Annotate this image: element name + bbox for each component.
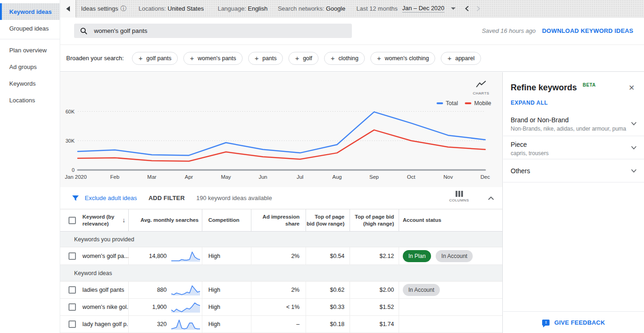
keyword-search-box[interactable] (74, 24, 352, 38)
next-period-button[interactable] (476, 6, 481, 12)
give-feedback-button[interactable]: ! GIVE FEEDBACK (503, 311, 644, 333)
row-checkbox[interactable] (69, 303, 76, 311)
svg-text:Sep: Sep (369, 174, 379, 180)
row-checkbox[interactable] (69, 252, 76, 260)
header-avg-monthly-searches[interactable]: Avg. monthly searches (129, 209, 202, 231)
charts-button[interactable]: CHARTS (470, 81, 492, 95)
svg-text:Nov: Nov (444, 174, 453, 180)
table-row[interactable]: women's nike gol... 1,900 High < 1% $0.3… (60, 299, 502, 316)
sidebar-item-keyword-ideas[interactable]: Keyword ideas (0, 3, 60, 20)
svg-text:Dec: Dec (481, 174, 490, 180)
trend-sparkline (171, 250, 200, 262)
keyword-cell: women's golf pa... (82, 253, 128, 259)
previous-period-button[interactable] (465, 6, 469, 12)
table-row[interactable]: lady hagen golf p... 320 High – $0.18 $1… (60, 316, 502, 333)
svg-text:Oct: Oct (407, 174, 416, 180)
search-input[interactable] (93, 27, 336, 35)
columns-icon (449, 191, 469, 197)
settings-bar: Ideas settings ⓘ Locations: United State… (60, 0, 644, 18)
keyword-table: Keyword (by relevance) ↓ Avg. monthly se… (60, 209, 502, 333)
plus-icon: + (295, 55, 299, 62)
expand-all-button[interactable]: EXPAND ALL (511, 100, 548, 106)
chevron-down-icon (631, 146, 637, 150)
in-account-badge: In Account (403, 284, 440, 296)
filter-icon (72, 195, 79, 202)
sidebar-item-keywords[interactable]: Keywords (0, 75, 60, 92)
language-setting[interactable]: Language: English (218, 5, 268, 12)
table-row[interactable]: ladies golf pants 880 High 2% $0.62 $2.0… (60, 282, 502, 299)
sidebar-item-locations[interactable]: Locations (0, 92, 60, 108)
broaden-chip-clothing[interactable]: + clothing (324, 52, 365, 65)
svg-text:May: May (221, 174, 231, 180)
refine-section-brand[interactable]: Brand or Non-Brand Non-Brands, nike, adi… (503, 112, 644, 136)
bid-high-cell: $1.52 (350, 299, 399, 315)
broaden-chip-womens-pants[interactable]: + women's pants (183, 52, 243, 65)
ad-share-cell: 2% (251, 282, 306, 298)
broaden-chip-pants[interactable]: + pants (248, 52, 283, 65)
date-range-value[interactable]: Jan – Dec 2020 (402, 5, 444, 13)
table-row[interactable]: women's golf pa... 14,800 High 2% $0.54 … (60, 247, 502, 265)
searches-cell: 880 (129, 287, 167, 293)
sidebar-item-plan-overview[interactable]: Plan overview (0, 42, 60, 58)
trend-chart-card: CHARTS Total Mobile 030K60KJan 2020FebMa… (60, 72, 502, 187)
competition-cell: High (202, 299, 251, 315)
broaden-chip-golf[interactable]: + golf (288, 52, 319, 65)
chevron-down-icon (631, 169, 637, 173)
plus-icon: + (377, 55, 381, 62)
close-icon[interactable]: ✕ (629, 83, 635, 92)
feedback-icon: ! (542, 320, 550, 326)
sidebar-item-ad-groups[interactable]: Ad groups (0, 58, 60, 75)
broaden-chip-apparel[interactable]: + apparel (441, 52, 481, 65)
refine-section-others[interactable]: Others (503, 159, 644, 182)
svg-text:Apr: Apr (185, 174, 193, 180)
searches-cell: 1,900 (129, 304, 167, 310)
plus-icon: + (447, 55, 451, 62)
search-networks-setting[interactable]: Search networks: Google (278, 5, 345, 12)
svg-text:60K: 60K (65, 109, 75, 114)
keyword-planner-page: Keyword ideas Grouped ideas Plan overvie… (0, 0, 644, 333)
ad-share-cell: – (251, 316, 306, 333)
svg-text:Jun: Jun (259, 174, 268, 180)
collapse-panel-button[interactable] (60, 0, 75, 18)
bid-low-cell: $0.54 (306, 247, 350, 264)
refine-panel-title: Refine keywords (511, 83, 577, 92)
chevron-right-icon (476, 6, 481, 12)
header-bid-high-range[interactable]: Top of page bid (high range) (350, 209, 399, 231)
bid-high-cell: $2.12 (350, 247, 399, 264)
locations-setting[interactable]: Locations: United States (138, 5, 204, 12)
section-keywords-you-provided: Keywords you provided (60, 232, 502, 247)
row-checkbox[interactable] (69, 286, 76, 294)
section-keyword-ideas: Keyword ideas (60, 265, 502, 282)
broaden-chip-womens-clothing[interactable]: + women's clothing (370, 52, 435, 65)
competition-cell: High (202, 282, 251, 298)
info-icon[interactable]: ⓘ (120, 5, 126, 13)
broaden-chip-golf-pants[interactable]: + golf pants (132, 52, 178, 65)
header-competition[interactable]: Competition (202, 209, 251, 231)
select-all-checkbox[interactable] (69, 217, 76, 224)
svg-text:30K: 30K (65, 138, 75, 144)
add-filter-button[interactable]: ADD FILTER (149, 195, 185, 201)
in-account-badge: In Account (436, 250, 473, 262)
searches-cell: 320 (129, 321, 167, 327)
collapse-table-chevron[interactable] (488, 196, 494, 200)
header-ad-impression-share[interactable]: Ad impression share (251, 209, 306, 231)
svg-text:0: 0 (72, 167, 75, 173)
refine-section-piece[interactable]: Piece capris, trousers (503, 136, 644, 159)
download-keyword-ideas-button[interactable]: DOWNLOAD KEYWORD IDEAS (542, 27, 633, 34)
plus-icon: + (255, 55, 259, 62)
competition-cell: High (202, 316, 251, 333)
trend-sparkline (171, 318, 200, 330)
header-bid-low-range[interactable]: Top of page bid (low range) (306, 209, 350, 231)
ideas-settings-link[interactable]: Ideas settings (81, 5, 118, 12)
sidebar-item-grouped-ideas[interactable]: Grouped ideas (0, 20, 60, 37)
header-keyword[interactable]: Keyword (by relevance) ↓ (60, 209, 129, 231)
svg-text:Feb: Feb (110, 174, 119, 180)
header-account-status[interactable]: Account status (399, 209, 502, 231)
chevron-down-icon[interactable] (451, 7, 456, 10)
columns-button[interactable]: COLUMNS (449, 191, 469, 202)
chart-line-icon (475, 81, 487, 88)
exclude-adult-ideas-link[interactable]: Exclude adult ideas (85, 195, 137, 201)
row-checkbox[interactable] (69, 320, 76, 328)
ad-share-cell: < 1% (251, 299, 306, 315)
ad-share-cell: 2% (251, 247, 306, 264)
